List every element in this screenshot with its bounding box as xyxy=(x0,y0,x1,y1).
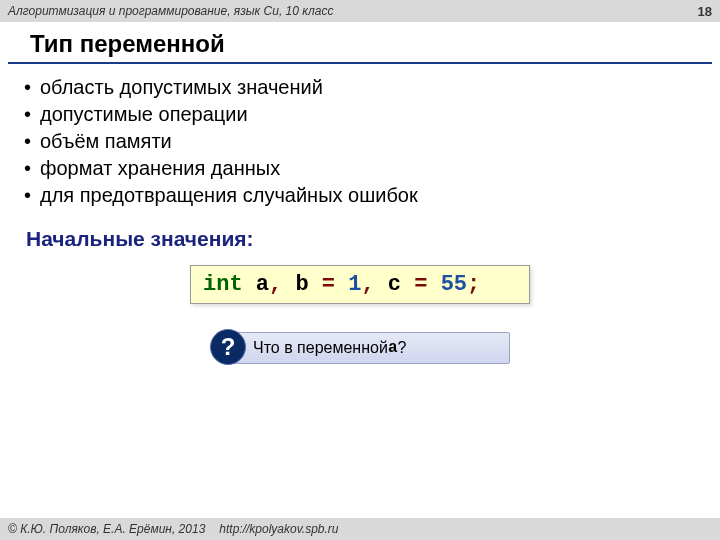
subheading: Начальные значения: xyxy=(0,209,720,265)
code-punct: = xyxy=(414,272,427,297)
header-bar: Алгоритмизация и программирование, язык … xyxy=(0,0,720,22)
question-callout: Что в переменной a ? ? xyxy=(210,332,510,370)
question-var: a xyxy=(388,339,398,357)
list-item: объём памяти xyxy=(40,128,720,155)
code-box: int a, b = 1, c = 55; xyxy=(190,265,530,304)
page-title: Тип переменной xyxy=(8,22,712,64)
code-number: 1 xyxy=(348,272,361,297)
code-var: b xyxy=(295,272,308,297)
list-item: область допустимых значений xyxy=(40,74,720,101)
question-text-after: ? xyxy=(397,339,406,357)
code-punct: = xyxy=(322,272,335,297)
code-keyword: int xyxy=(203,272,243,297)
list-item: допустимые операции xyxy=(40,101,720,128)
question-box: Что в переменной a ? xyxy=(228,332,510,364)
list-item: формат хранения данных xyxy=(40,155,720,182)
course-label: Алгоритмизация и программирование, язык … xyxy=(8,4,333,18)
question-text: Что в переменной xyxy=(253,339,388,357)
bullet-list: область допустимых значений допустимые о… xyxy=(0,74,720,209)
code-punct: ; xyxy=(467,272,480,297)
question-mark-icon: ? xyxy=(210,329,246,365)
page-number: 18 xyxy=(698,4,712,19)
footer-url: http://kpolyakov.spb.ru xyxy=(219,522,338,536)
footer-bar: © К.Ю. Поляков, Е.А. Ерёмин, 2013 http:/… xyxy=(0,518,720,540)
list-item: для предотвращения случайных ошибок xyxy=(40,182,720,209)
code-number: 55 xyxy=(441,272,467,297)
copyright: © К.Ю. Поляков, Е.А. Ерёмин, 2013 xyxy=(8,522,205,536)
code-var: c xyxy=(388,272,401,297)
code-punct: , xyxy=(269,272,282,297)
code-var: a xyxy=(256,272,269,297)
code-punct: , xyxy=(361,272,374,297)
